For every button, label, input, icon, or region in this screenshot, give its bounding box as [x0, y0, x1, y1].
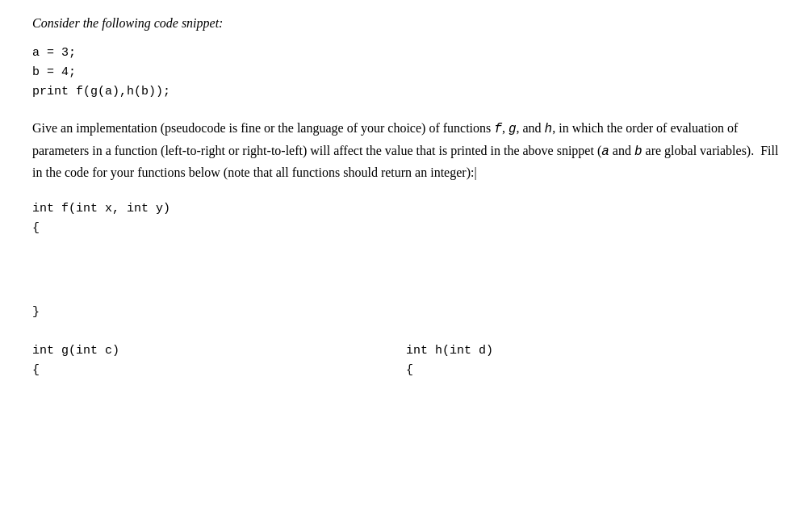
var-b-ref: b: [634, 144, 642, 159]
function-g-open: {: [32, 361, 406, 380]
func-h-ref: h: [545, 122, 553, 136]
functions-area: int f(int x, int y) { } int g(int c) { i…: [32, 199, 780, 380]
function-f-open: {: [32, 219, 780, 238]
intro-text: Consider the following code snippet:: [32, 16, 780, 31]
function-h: int h(int d) {: [406, 341, 780, 380]
function-f-body: [32, 238, 780, 303]
code-line-2: b = 4;: [32, 63, 780, 82]
functions-bottom: int g(int c) { int h(int d) {: [32, 341, 780, 380]
function-f-close: }: [32, 303, 780, 322]
code-snippet: a = 3; b = 4; print f(g(a),h(b));: [32, 44, 780, 102]
function-f: int f(int x, int y) { }: [32, 199, 780, 322]
code-line-1: a = 3;: [32, 44, 780, 63]
function-g: int g(int c) {: [32, 341, 406, 380]
code-line-3: print f(g(a),h(b));: [32, 82, 780, 102]
function-h-open: {: [406, 361, 780, 380]
var-a-ref: a: [601, 144, 609, 159]
function-g-signature: int g(int c): [32, 341, 406, 361]
func-g-ref: g: [509, 122, 517, 136]
func-f-ref: f: [494, 122, 502, 136]
function-f-signature: int f(int x, int y): [32, 199, 780, 219]
description-text: Give an implementation (pseudocode is fi…: [32, 118, 780, 183]
function-h-signature: int h(int d): [406, 341, 780, 361]
